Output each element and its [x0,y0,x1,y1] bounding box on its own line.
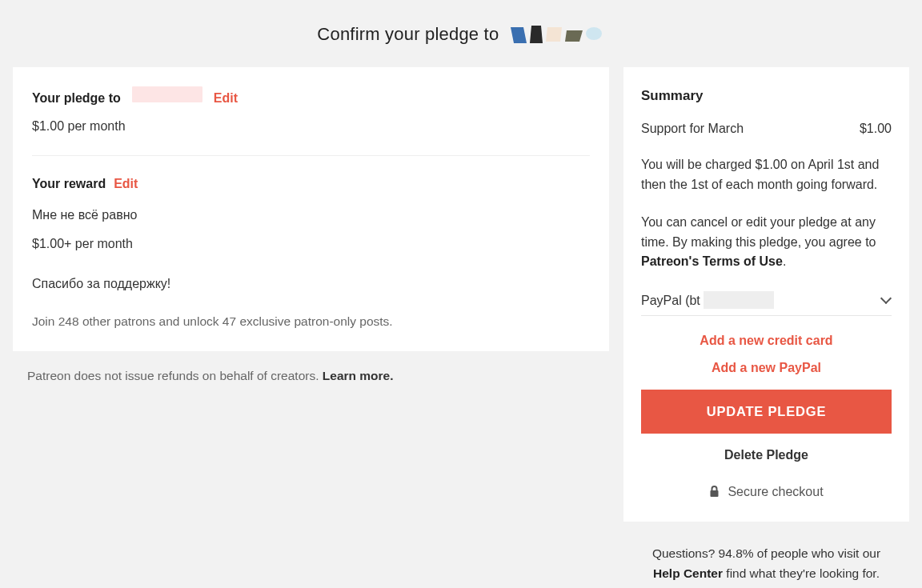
summary-card: Summary Support for March $1.00 You will… [623,67,909,522]
page-title-text: Confirm your pledge to [317,24,499,44]
svg-point-0 [586,27,602,40]
reward-thanks: Спасибо за поддержку! [32,274,590,294]
help-center-link[interactable]: Help Center [653,566,723,580]
add-credit-card-link[interactable]: Add a new credit card [641,334,892,348]
support-period-label: Support for March [641,122,744,136]
secure-checkout-label: Secure checkout [641,485,892,501]
support-amount: $1.00 [860,122,892,136]
refund-text: Patreon does not issue refunds on behalf… [27,369,323,382]
add-paypal-link[interactable]: Add a new PayPal [641,361,892,375]
help-line2-suffix: find what they're looking for. [723,566,880,580]
pledge-heading: Your pledge to [32,91,121,106]
payment-method-label: PayPal (bt [641,294,700,307]
reward-heading: Your reward [32,177,106,191]
cancel-text-prefix: You can cancel or edit your pledge at an… [641,215,876,249]
chevron-down-icon [880,294,892,306]
pledge-amount: $1.00 per month [32,117,590,136]
creator-name-redacted [132,86,202,102]
svg-rect-1 [711,490,719,497]
payment-method-select[interactable]: PayPal (bt [641,290,892,316]
delete-pledge-link[interactable]: Delete Pledge [641,448,892,462]
creator-logo-shapes [507,24,605,46]
page-title: Confirm your pledge to [0,0,922,67]
reward-title: Мне не всё равно [32,206,590,225]
help-note: Questions? 94.8% of people who visit our… [623,531,909,584]
refund-note: Patreon does not issue refunds on behalf… [13,361,609,391]
reward-join-line: Join 248 other patrons and unlock 47 exc… [32,314,590,329]
update-pledge-button[interactable]: UPDATE PLEDGE [641,390,892,434]
lock-icon [709,486,720,501]
summary-line-item: Support for March $1.00 [641,122,892,136]
pledge-card: Your pledge to Edit $1.00 per month Your… [13,67,609,351]
edit-pledge-link[interactable]: Edit [214,91,238,106]
summary-heading: Summary [641,88,892,104]
learn-more-link[interactable]: Learn more. [323,369,394,382]
help-line1: Questions? 94.8% of people who visit our [652,546,880,560]
reward-price: $1.00+ per month [32,234,590,254]
terms-of-use-link[interactable]: Patreon's Terms of Use [641,254,783,268]
edit-reward-link[interactable]: Edit [114,177,138,191]
divider [32,155,590,156]
payment-method-redacted [704,291,774,309]
cancel-terms-text: You can cancel or edit your pledge at an… [641,213,892,272]
charge-schedule-text: You will be charged $1.00 on April 1st a… [641,155,892,195]
